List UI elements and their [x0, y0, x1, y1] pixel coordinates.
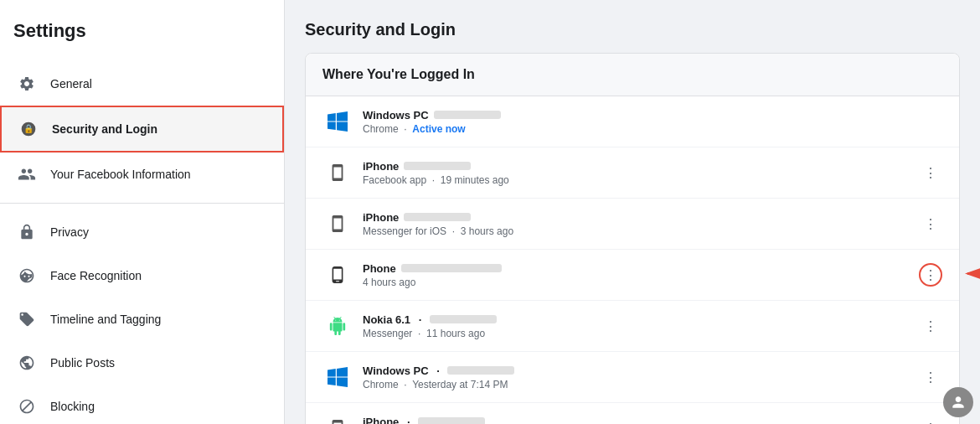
- phone-icon-4: [322, 260, 353, 290]
- session-item-1: Windows PC Chrome · Active now: [306, 96, 959, 147]
- session-item-5: Nokia 6.1 · Messenger · 11 hours ago ⋮: [306, 301, 959, 352]
- sidebar-item-label-security: Security and Login: [52, 122, 157, 136]
- session-detail-1: Chrome · Active now: [363, 123, 942, 135]
- session-item-3: iPhone Messenger for iOS · 3 hours ago ⋮: [306, 199, 959, 250]
- sidebar-item-label-fb-info: Your Facebook Information: [50, 168, 191, 181]
- session-menu-4[interactable]: ⋮: [919, 263, 942, 287]
- sidebar-item-privacy[interactable]: Privacy: [0, 210, 284, 254]
- session-item-4: Phone 4 hours ago ⋮: [306, 250, 959, 301]
- session-item-2: iPhone Facebook app · 19 minutes ago ⋮: [306, 147, 959, 199]
- sidebar-item-face-recognition[interactable]: Face Recognition: [0, 254, 284, 297]
- sidebar-item-label-public-posts: Public Posts: [50, 356, 115, 370]
- session-info-1: Windows PC Chrome · Active now: [363, 109, 942, 135]
- session-device-5: Nokia 6.1 ·: [363, 313, 919, 326]
- sidebar-section-1: General 🔒 Security and Login Your Facebo…: [0, 55, 284, 204]
- session-info-3: iPhone Messenger for iOS · 3 hours ago: [363, 211, 919, 237]
- session-blurred-7: [418, 417, 485, 424]
- iphone-icon-2: [322, 158, 353, 188]
- session-device-4: Phone: [363, 262, 919, 275]
- session-blurred-3: [404, 213, 471, 221]
- session-item-6: Windows PC · Chrome · Yesterday at 7:14 …: [306, 352, 959, 403]
- session-device-3: iPhone: [363, 211, 919, 224]
- session-device-2: iPhone: [363, 160, 919, 173]
- session-info-6: Windows PC · Chrome · Yesterday at 7:14 …: [363, 365, 919, 390]
- session-menu-6[interactable]: ⋮: [919, 365, 942, 389]
- card-header: Where You're Logged In: [306, 54, 959, 96]
- sidebar-section-2: Privacy Face Recognition Timeline and Ta…: [0, 204, 284, 424]
- red-arrow-indicator: [959, 257, 980, 293]
- page-title: Security and Login: [305, 20, 960, 39]
- main-content: Security and Login Where You're Logged I…: [285, 0, 980, 424]
- iphone-icon-7: [322, 413, 353, 424]
- session-detail-6: Chrome · Yesterday at 7:14 PM: [363, 379, 919, 390]
- session-detail-5: Messenger · 11 hours ago: [363, 328, 919, 339]
- windows-icon-1: [322, 106, 353, 137]
- privacy-icon: [13, 219, 40, 246]
- session-detail-4: 4 hours ago: [363, 277, 919, 288]
- sidebar-title: Settings: [0, 13, 284, 55]
- face-icon: [13, 262, 40, 289]
- session-menu-2[interactable]: ⋮: [919, 161, 942, 184]
- session-blurred-5: [430, 315, 497, 323]
- session-info-4: Phone 4 hours ago: [363, 262, 919, 288]
- session-info-5: Nokia 6.1 · Messenger · 11 hours ago: [363, 313, 919, 339]
- session-menu-7[interactable]: ⋮: [919, 416, 942, 424]
- sidebar-item-public-posts[interactable]: Public Posts: [0, 341, 284, 385]
- sidebar-item-label-blocking: Blocking: [50, 400, 95, 413]
- tag-icon: [13, 306, 40, 333]
- user-avatar[interactable]: [943, 387, 973, 417]
- block-icon: [13, 393, 40, 420]
- session-device-1: Windows PC: [363, 109, 942, 122]
- sidebar-item-label-face: Face Recognition: [50, 269, 142, 282]
- sidebar-item-label-timeline: Timeline and Tagging: [50, 313, 161, 326]
- sidebar-item-general[interactable]: General: [0, 62, 284, 106]
- windows-icon-6: [322, 362, 353, 392]
- sidebar-item-blocking[interactable]: Blocking: [0, 385, 284, 424]
- lock-icon: 🔒: [15, 116, 42, 142]
- people-icon: [13, 161, 40, 188]
- globe-icon: [13, 349, 40, 376]
- active-now-badge: Active now: [412, 123, 465, 135]
- sidebar-item-label-privacy: Privacy: [50, 225, 89, 239]
- sidebar: Settings General 🔒 Security and Login Yo…: [0, 0, 285, 424]
- session-menu-3[interactable]: ⋮: [919, 212, 942, 235]
- session-device-6: Windows PC ·: [363, 365, 919, 377]
- session-blurred-1: [434, 111, 501, 119]
- session-detail-2: Facebook app · 19 minutes ago: [363, 174, 919, 186]
- session-info-2: iPhone Facebook app · 19 minutes ago: [363, 160, 919, 186]
- session-device-7: iPhone ·: [363, 416, 919, 425]
- session-item-7: iPhone · Mobile Safari · October 17 at 9…: [306, 403, 959, 424]
- iphone-icon-3: [322, 209, 353, 239]
- gear-icon: [13, 70, 40, 97]
- svg-text:🔒: 🔒: [23, 123, 34, 134]
- session-blurred-6: [447, 366, 514, 375]
- sessions-card: Where You're Logged In Windows PC Chrome…: [305, 53, 960, 424]
- android-icon-5: [322, 311, 353, 341]
- session-menu-5[interactable]: ⋮: [919, 314, 942, 338]
- sidebar-item-facebook-info[interactable]: Your Facebook Information: [0, 153, 284, 196]
- session-blurred-4: [401, 264, 502, 272]
- session-detail-3: Messenger for iOS · 3 hours ago: [363, 225, 919, 237]
- sidebar-item-security[interactable]: 🔒 Security and Login: [0, 106, 284, 153]
- session-blurred-2: [404, 162, 471, 170]
- session-info-7: iPhone · Mobile Safari · October 17 at 9…: [363, 416, 919, 425]
- sidebar-item-label-general: General: [50, 77, 92, 90]
- sidebar-item-timeline[interactable]: Timeline and Tagging: [0, 297, 284, 341]
